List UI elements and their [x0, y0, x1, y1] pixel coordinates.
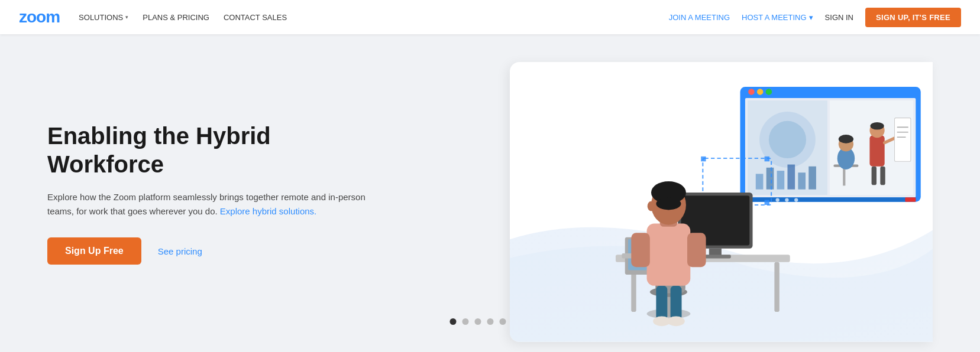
carousel-dot-4[interactable]	[487, 318, 493, 325]
svg-point-68	[656, 198, 681, 210]
svg-point-4	[765, 89, 772, 95]
svg-point-63	[633, 247, 648, 257]
svg-point-64	[689, 247, 704, 257]
svg-rect-28	[871, 167, 876, 185]
svg-rect-14	[766, 168, 774, 190]
nav-right: JOIN A MEETING HOST A MEETING ▾ SIGN IN …	[669, 8, 961, 27]
svg-rect-42	[774, 262, 779, 312]
svg-rect-18	[808, 167, 816, 190]
svg-rect-17	[798, 173, 806, 190]
host-chevron-icon: ▾	[809, 13, 813, 22]
join-meeting-link[interactable]: JOIN A MEETING	[669, 13, 730, 22]
nav-left: zoom SOLUTIONS ▾ PLANS & PRICING CONTACT…	[19, 8, 287, 27]
svg-rect-56	[656, 286, 667, 320]
carousel-dot-3[interactable]	[474, 318, 481, 325]
logo[interactable]: zoom	[19, 8, 60, 27]
svg-point-2	[748, 89, 755, 95]
carousel-dot-2[interactable]	[462, 318, 468, 325]
svg-rect-31	[894, 118, 910, 162]
explore-hybrid-link[interactable]: Explore hybrid solutions.	[220, 206, 316, 216]
svg-point-24	[838, 135, 853, 144]
hero-actions: Sign Up Free See pricing	[47, 237, 474, 265]
hero-left: Enabling the Hybrid Workforce Explore ho…	[0, 34, 510, 352]
signup-button[interactable]: SIGN UP, IT'S FREE	[865, 8, 961, 27]
svg-rect-39	[764, 200, 769, 205]
nav-contact-sales[interactable]: CONTACT SALES	[224, 13, 287, 22]
illustration-panel	[510, 62, 933, 341]
carousel-dot-5[interactable]	[499, 318, 506, 325]
nav-links: SOLUTIONS ▾ PLANS & PRICING CONTACT SALE…	[79, 13, 287, 22]
host-meeting-link[interactable]: HOST A MEETING ▾	[742, 13, 813, 22]
svg-point-59	[667, 317, 684, 327]
sign-in-link[interactable]: SIGN IN	[825, 13, 853, 22]
svg-rect-25	[869, 135, 884, 167]
svg-point-7	[785, 198, 788, 202]
svg-rect-57	[670, 286, 681, 320]
svg-point-8	[794, 198, 798, 202]
svg-point-6	[775, 198, 779, 202]
hero-section: Enabling the Hybrid Workforce Explore ho…	[0, 34, 980, 352]
nav-plans-pricing[interactable]: PLANS & PRICING	[143, 13, 209, 22]
svg-rect-9	[905, 198, 916, 202]
svg-point-3	[757, 89, 764, 95]
svg-rect-29	[880, 167, 885, 185]
svg-rect-36	[701, 157, 706, 161]
navbar: zoom SOLUTIONS ▾ PLANS & PRICING CONTACT…	[0, 0, 980, 34]
hero-right	[510, 34, 980, 352]
svg-rect-60	[646, 224, 690, 286]
hero-title: Enabling the Hybrid Workforce	[47, 122, 379, 178]
solutions-chevron-icon: ▾	[125, 14, 128, 20]
nav-solutions[interactable]: SOLUTIONS ▾	[79, 13, 128, 22]
svg-point-27	[870, 122, 884, 130]
svg-rect-37	[764, 157, 769, 161]
svg-point-12	[769, 121, 806, 158]
svg-rect-21	[843, 167, 845, 186]
svg-rect-16	[787, 165, 795, 190]
see-pricing-link[interactable]: See pricing	[158, 246, 202, 256]
sign-up-free-button[interactable]: Sign Up Free	[47, 237, 141, 265]
carousel-dot-1[interactable]	[449, 318, 456, 325]
svg-rect-15	[777, 171, 784, 190]
svg-point-69	[647, 201, 655, 211]
hero-description: Explore how the Zoom platform seamlessly…	[47, 190, 367, 219]
hero-illustration	[510, 62, 933, 341]
svg-rect-13	[755, 174, 763, 190]
